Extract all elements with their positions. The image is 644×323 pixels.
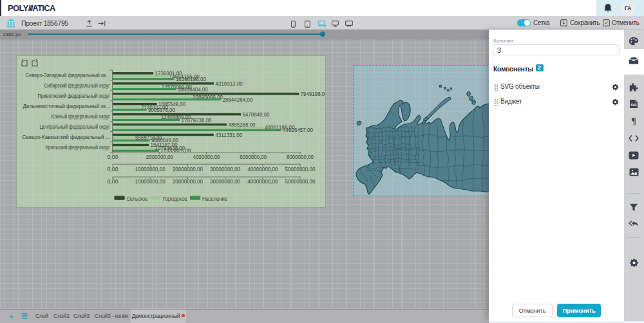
svg-text:16390196,00: 16390196,00 [176,76,206,82]
svg-text:10000000,00: 10000000,00 [135,178,166,185]
svg-text:Северо-Западный федеральный ок: Северо-Западный федеральный ок... [26,72,110,78]
svg-text:Сибирский федеральный округ: Сибирский федеральный округ [44,82,110,89]
svg-text:16889404,00: 16889404,00 [178,86,208,93]
svg-text:17879738,00: 17879738,00 [182,117,212,124]
svg-text:40000000,00: 40000000,00 [247,166,278,172]
svg-text:7949198,00: 7949198,00 [301,91,325,97]
svg-text:Северо-Кавказский федеральный: Северо-Кавказский федеральный ... [23,134,110,140]
svg-text:¶: ¶ [631,116,636,125]
svg-text:10000000,00: 10000000,00 [135,166,166,172]
svg-text:Приволжский федеральный округ: Приволжский федеральный округ [38,93,110,99]
svg-text:4000000,00: 4000000,00 [193,154,220,160]
svg-text:5470849,00: 5470849,00 [243,111,270,118]
svg-text:40000000,00: 40000000,00 [247,178,278,185]
svg-text:9005676,00: 9005676,00 [148,107,175,113]
svg-text:Южный федеральный округ: Южный федеральный округ [52,113,110,120]
svg-text:Сельское: Сельское [126,196,147,202]
svg-text:SVG: SVG [630,104,637,107]
svg-text:6000000,00: 6000000,00 [240,154,267,160]
svg-text:4319313,00: 4319313,00 [216,80,243,87]
svg-text:20000000,00: 20000000,00 [173,178,203,185]
svg-text:28844264,00: 28844264,00 [222,97,252,103]
svg-text:0,00: 0,00 [108,166,118,172]
svg-text:44926457,00: 44926457,00 [283,127,313,133]
svg-text:Центральный федеральный округ: Центральный федеральный округ [40,124,110,130]
svg-text:2000000,00: 2000000,00 [146,154,173,160]
svg-text:8000000,00: 8000000,00 [287,154,314,160]
svg-text:0,00: 0,00 [108,178,118,185]
svg-text:50000000,00: 50000000,00 [285,178,316,185]
svg-text:50000000,00: 50000000,00 [285,166,316,172]
svg-text:12333825,00: 12333825,00 [160,147,191,154]
svg-text:0,00: 0,00 [108,154,118,160]
svg-text:4311331,00: 4311331,00 [215,132,242,138]
svg-text:30000000,00: 30000000,00 [210,166,240,172]
svg-text:Население: Население [202,196,227,202]
svg-text:Уральский федеральный округ: Уральский федеральный округ [46,144,110,151]
svg-text:Городское: Городское [163,196,187,202]
svg-text:20000000,00: 20000000,00 [173,166,203,172]
svg-text:Дальневосточный федеральный ок: Дальневосточный федеральный ок... [23,103,110,109]
svg-text:30000000,00: 30000000,00 [210,178,240,185]
